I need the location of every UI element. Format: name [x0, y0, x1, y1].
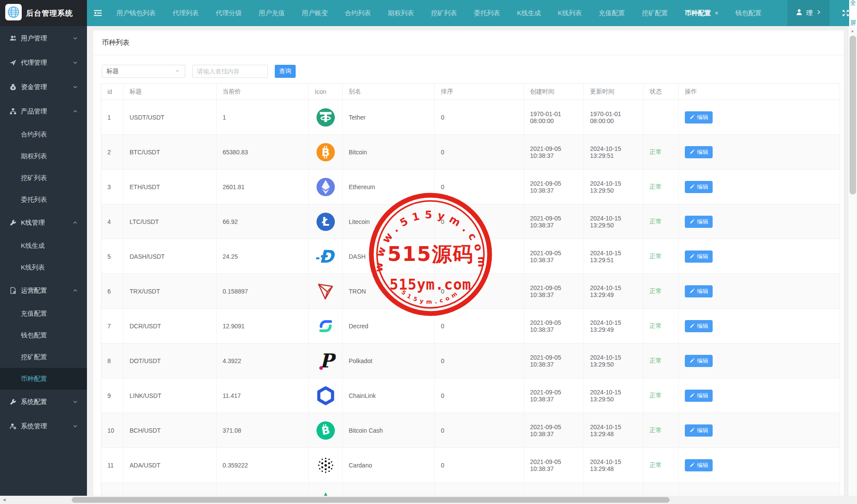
scroll-left-arrow-icon[interactable]: ◀	[3, 497, 6, 502]
cell-alias	[343, 483, 435, 496]
cell-actions: 编辑	[679, 378, 840, 413]
sidebar-group-label: 系统配置	[21, 398, 47, 406]
edit-button[interactable]: 编辑	[685, 146, 713, 158]
nav-tab-用户充值[interactable]: 用户充值	[259, 9, 285, 17]
table-row-11: 11ADA/USDT0.359222Cardano02021-09-05 10:…	[101, 448, 840, 483]
edit-button[interactable]: 编辑	[685, 320, 713, 332]
nav-tab-充值配置[interactable]: 充值配置	[599, 9, 625, 17]
edit-button[interactable]: 编辑	[685, 216, 713, 228]
cell-alias: Bitcoin	[343, 135, 435, 170]
nav-tab-挖矿配置[interactable]: 挖矿配置	[642, 9, 668, 17]
sidebar-group-代理管理[interactable]: 代理管理	[0, 50, 87, 75]
sidebar-item-挖矿配置[interactable]: 挖矿配置	[0, 346, 87, 368]
cell-icon	[309, 274, 343, 309]
edit-button[interactable]: 编辑	[685, 181, 713, 193]
nav-tab-挖矿列表[interactable]: 挖矿列表	[431, 9, 457, 17]
nav-tab-用户账变[interactable]: 用户账变	[302, 9, 328, 17]
cell-title: DCR/USDT	[123, 309, 217, 344]
edit-button[interactable]: 编辑	[685, 250, 713, 263]
edit-button-label: 编辑	[697, 461, 708, 469]
cell-icon	[309, 100, 343, 135]
nav-tab-K线生成[interactable]: K线生成	[517, 9, 541, 17]
cell-price: 12.9091	[217, 309, 309, 344]
sidebar-item-合约列表[interactable]: 合约列表	[0, 123, 87, 145]
sidebar-item-K线生成[interactable]: K线生成	[0, 235, 87, 257]
search-input[interactable]	[192, 65, 268, 78]
vertical-scrollbar[interactable]: ▲	[848, 27, 857, 496]
edit-button-label: 编辑	[697, 113, 708, 121]
column-header-操作: 操作	[679, 84, 840, 100]
cell-updated: 2024-10-15 13:29:49	[584, 309, 644, 344]
user-menu[interactable]: 理	[787, 0, 830, 26]
edit-button[interactable]: 编辑	[685, 355, 713, 367]
search-submit-button[interactable]: 查询	[275, 65, 296, 78]
sidebar-group-系统配置[interactable]: 系统配置	[0, 390, 87, 414]
vertical-scrollbar-thumb[interactable]	[850, 36, 856, 194]
sidebar-group-K线管理[interactable]: K线管理	[0, 210, 87, 235]
cardano-icon	[315, 455, 342, 475]
nav-tab-代理分级[interactable]: 代理分级	[216, 9, 242, 17]
cell-title: ETH/USDT	[123, 170, 217, 204]
nav-tab-label: K线生成	[517, 9, 541, 17]
sidebar-item-币种配置[interactable]: 币种配置	[0, 368, 87, 390]
cell-id: 8	[101, 344, 123, 378]
status-badge: 正常	[650, 427, 662, 434]
tab-close-icon[interactable]: ×	[715, 10, 718, 16]
edit-button[interactable]: 编辑	[685, 424, 713, 437]
table-row-2: 2BTC/USDT65380.83BBitcoin02021-09-05 10:…	[101, 135, 840, 170]
search-field-select[interactable]: 标题	[102, 65, 185, 78]
sidebar-group-label: K线管理	[21, 219, 45, 227]
nav-tab-合约列表[interactable]: 合约列表	[345, 9, 371, 17]
nav-tab-期权列表[interactable]: 期权列表	[388, 9, 414, 17]
nav-tab-用户钱包列表[interactable]: 用户钱包列表	[117, 9, 156, 17]
app-logo-block: 后台管理系统	[0, 0, 87, 26]
fullscreen-icon[interactable]	[842, 9, 850, 17]
sidebar-item-钱包配置[interactable]: 钱包配置	[0, 324, 87, 346]
pencil-icon	[689, 393, 695, 398]
cell-icon: P	[309, 344, 343, 378]
chevron-down-icon	[72, 83, 79, 90]
sidebar-item-委托列表[interactable]: 委托列表	[0, 189, 87, 210]
cell-updated: 2024-10-15 13:29:49	[584, 274, 644, 309]
edit-button[interactable]: 编辑	[685, 459, 713, 471]
sidebar-group-资金管理[interactable]: ¥资金管理	[0, 75, 87, 99]
edit-button[interactable]: 编辑	[685, 285, 713, 297]
scroll-up-arrow-icon[interactable]: ▲	[850, 29, 854, 33]
sidebar-item-挖矿列表[interactable]: 挖矿列表	[0, 167, 87, 189]
cell-actions: 编辑	[679, 100, 840, 135]
sidebar: 用户管理代理管理¥资金管理产品管理合约列表期权列表挖矿列表委托列表K线管理K线生…	[0, 26, 87, 504]
cell-alias: Ethereum	[343, 170, 435, 204]
sidebar-group-产品管理[interactable]: 产品管理	[0, 99, 87, 123]
cell-actions: 编辑	[679, 204, 840, 239]
nav-tab-委托列表[interactable]: 委托列表	[474, 9, 500, 17]
cell-price: 0.158897	[217, 274, 309, 309]
sidebar-item-期权列表[interactable]: 期权列表	[0, 145, 87, 167]
cell-sort: 0	[435, 239, 524, 274]
status-badge: 正常	[650, 253, 662, 260]
sidebar-item-K线列表[interactable]: K线列表	[0, 257, 87, 278]
sidebar-group-系统管理[interactable]: 系统管理	[0, 414, 87, 438]
cell-updated: 2024-10-15 13:29:50	[584, 170, 644, 204]
nav-tab-钱包配置[interactable]: 钱包配置	[735, 9, 761, 17]
sidebar-collapse-icon[interactable]	[94, 9, 102, 17]
edit-button[interactable]: 编辑	[685, 111, 713, 123]
sidebar-item-充值配置[interactable]: 充值配置	[0, 303, 87, 324]
cell-icon: B	[309, 135, 343, 170]
nav-tab-label: 用户钱包列表	[117, 9, 156, 17]
edit-button-label: 编辑	[697, 218, 708, 226]
sidebar-group-label: 用户管理	[21, 34, 47, 43]
cell-sort: 0	[435, 100, 524, 135]
cell-updated	[584, 483, 644, 496]
chevron-down-icon	[72, 398, 79, 405]
nav-tab-代理列表[interactable]: 代理列表	[173, 9, 199, 17]
horizontal-scrollbar[interactable]: ◀	[0, 496, 857, 504]
user-gear-icon	[10, 423, 17, 430]
horizontal-scrollbar-thumb[interactable]	[72, 497, 670, 503]
nav-tab-币种配置[interactable]: 币种配置×	[685, 9, 718, 17]
sidebar-group-用户管理[interactable]: 用户管理	[0, 26, 87, 50]
sidebar-group-运营配置[interactable]: 运营配置	[0, 278, 87, 303]
nav-tab-K线列表[interactable]: K线列表	[558, 9, 582, 17]
table-row-7: 7DCR/USDT12.9091Decred02021-09-05 10:38:…	[101, 309, 840, 344]
edit-button[interactable]: 编辑	[685, 390, 713, 402]
cell-id: 1	[101, 100, 123, 135]
